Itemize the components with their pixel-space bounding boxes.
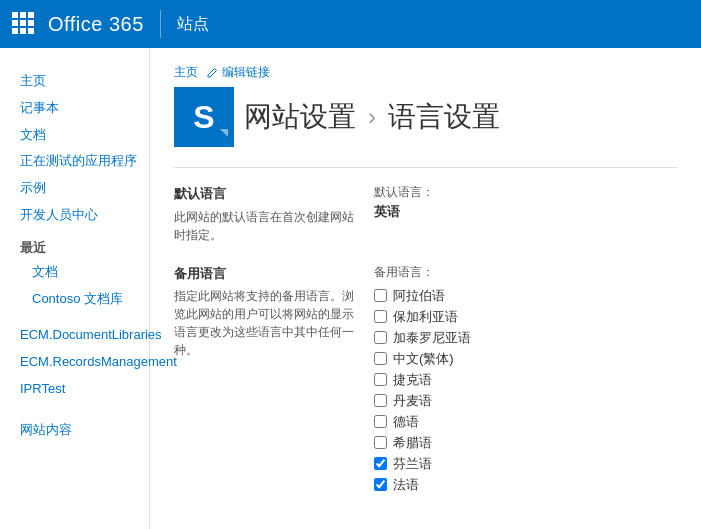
edit-link[interactable]: 编辑链接: [206, 64, 270, 81]
language-checkbox-9[interactable]: [374, 478, 387, 491]
default-lang-value: 英语: [374, 203, 677, 221]
alt-lang-title: 备用语言: [174, 264, 354, 284]
app-grid-icon[interactable]: [12, 12, 36, 36]
alt-lang-value-area: 备用语言： 阿拉伯语保加利亚语加泰罗尼亚语中文(繁体)捷克语丹麦语德语希腊语芬兰…: [374, 264, 677, 497]
language-item: 德语: [374, 413, 677, 431]
content-area: 主页 编辑链接 S 网站设置 › 语言设置: [150, 48, 701, 529]
language-item: 希腊语: [374, 434, 677, 452]
section-divider-1: [174, 167, 677, 168]
language-item: 保加利亚语: [374, 308, 677, 326]
language-checkbox-7[interactable]: [374, 436, 387, 449]
language-checkbox-5[interactable]: [374, 394, 387, 407]
breadcrumb: 主页 编辑链接: [174, 64, 677, 81]
sharepoint-logo: S: [174, 87, 234, 147]
sidebar-item-docs[interactable]: 文档: [20, 122, 149, 149]
language-label-6[interactable]: 德语: [393, 413, 419, 431]
sidebar-item-devhub[interactable]: 开发人员中心: [20, 202, 149, 229]
language-checkbox-2[interactable]: [374, 331, 387, 344]
default-lang-section: 默认语言 此网站的默认语言在首次创建网站时指定。 默认语言： 英语: [174, 184, 677, 244]
sidebar-iprtest[interactable]: IPRTest: [20, 376, 149, 403]
default-lang-desc: 默认语言 此网站的默认语言在首次创建网站时指定。: [174, 184, 354, 244]
page-subtitle: 语言设置: [388, 98, 500, 136]
language-item: 法语: [374, 476, 677, 494]
site-label: 站点: [177, 14, 209, 35]
sidebar-item-home[interactable]: 主页: [20, 68, 149, 95]
sidebar-item-testing[interactable]: 正在测试的应用程序: [20, 148, 149, 175]
page-heading: 网站设置 › 语言设置: [244, 98, 500, 136]
language-checkbox-8[interactable]: [374, 457, 387, 470]
sidebar-recent-docs[interactable]: 文档: [20, 259, 149, 286]
language-label-5[interactable]: 丹麦语: [393, 392, 432, 410]
language-checkbox-1[interactable]: [374, 310, 387, 323]
language-item: 加泰罗尼亚语: [374, 329, 677, 347]
sidebar-recent-label: 最近: [20, 239, 149, 257]
page-title-area: S 网站设置 › 语言设置: [174, 87, 677, 147]
language-item: 中文(繁体): [374, 350, 677, 368]
page-arrow: ›: [368, 103, 376, 131]
alt-lang-desc: 备用语言 指定此网站将支持的备用语言。浏览此网站的用户可以将网站的显示语言更改为…: [174, 264, 354, 497]
language-label-2[interactable]: 加泰罗尼亚语: [393, 329, 471, 347]
default-lang-title: 默认语言: [174, 184, 354, 204]
language-label-4[interactable]: 捷克语: [393, 371, 432, 389]
sidebar-ecm-doclibs[interactable]: ECM.DocumentLibraries: [20, 322, 149, 349]
alt-lang-value-label: 备用语言：: [374, 264, 677, 281]
language-label-3[interactable]: 中文(繁体): [393, 350, 454, 368]
language-checkbox-4[interactable]: [374, 373, 387, 386]
language-checkbox-3[interactable]: [374, 352, 387, 365]
language-checkbox-6[interactable]: [374, 415, 387, 428]
header-divider: [160, 10, 161, 38]
languages-list: 阿拉伯语保加利亚语加泰罗尼亚语中文(繁体)捷克语丹麦语德语希腊语芬兰语法语: [374, 287, 677, 494]
language-label-1[interactable]: 保加利亚语: [393, 308, 458, 326]
alt-lang-section: 备用语言 指定此网站将支持的备用语言。浏览此网站的用户可以将网站的显示语言更改为…: [174, 264, 677, 497]
main-container: 主页 记事本 文档 正在测试的应用程序 示例 开发人员中心 最近 文档 Cont…: [0, 48, 701, 529]
language-label-0[interactable]: 阿拉伯语: [393, 287, 445, 305]
language-item: 芬兰语: [374, 455, 677, 473]
logo-letter: S: [193, 99, 214, 136]
language-checkbox-0[interactable]: [374, 289, 387, 302]
edit-pencil-icon: [206, 67, 218, 79]
app-title: Office 365: [48, 13, 144, 36]
sidebar: 主页 记事本 文档 正在测试的应用程序 示例 开发人员中心 最近 文档 Cont…: [0, 48, 150, 529]
page-title: 网站设置: [244, 98, 356, 136]
header: Office 365 站点: [0, 0, 701, 48]
sidebar-item-examples[interactable]: 示例: [20, 175, 149, 202]
language-item: 捷克语: [374, 371, 677, 389]
breadcrumb-home[interactable]: 主页: [174, 64, 198, 81]
language-item: 丹麦语: [374, 392, 677, 410]
language-label-9[interactable]: 法语: [393, 476, 419, 494]
sidebar-item-notebook[interactable]: 记事本: [20, 95, 149, 122]
sidebar-recent-contoso[interactable]: Contoso 文档库: [20, 286, 149, 313]
language-label-7[interactable]: 希腊语: [393, 434, 432, 452]
default-lang-value-label: 默认语言：: [374, 184, 677, 201]
alt-lang-description: 指定此网站将支持的备用语言。浏览此网站的用户可以将网站的显示语言更改为这些语言中…: [174, 287, 354, 359]
sidebar-site-content[interactable]: 网站内容: [20, 417, 149, 444]
language-item: 阿拉伯语: [374, 287, 677, 305]
sidebar-ecm-records[interactable]: ECM.RecordsManagement: [20, 349, 149, 376]
default-lang-description: 此网站的默认语言在首次创建网站时指定。: [174, 208, 354, 244]
edit-label: 编辑链接: [222, 64, 270, 81]
default-lang-value-area: 默认语言： 英语: [374, 184, 677, 244]
language-label-8[interactable]: 芬兰语: [393, 455, 432, 473]
